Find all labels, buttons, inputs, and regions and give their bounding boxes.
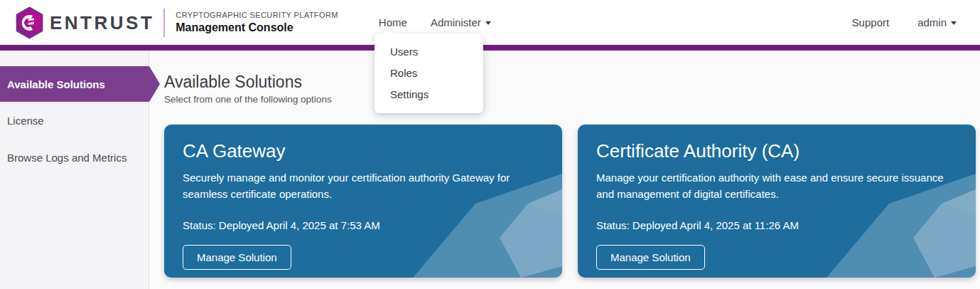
nav-support-label: Support — [852, 16, 890, 28]
sidebar-item-browse-logs-and-metrics[interactable]: Browse Logs and Metrics — [0, 139, 149, 176]
page-subtitle: Select from one of the following options — [164, 94, 976, 105]
brand-accent-bar — [0, 45, 980, 51]
card-description: Manage your certification authority with… — [596, 169, 957, 203]
nav-administer-label: Administer — [431, 16, 481, 28]
card-status: Status: Deployed April 4, 2025 at 11:26 … — [596, 219, 957, 231]
dropdown-item-settings[interactable]: Settings — [375, 84, 483, 105]
chevron-down-icon — [485, 21, 491, 25]
chevron-down-icon — [951, 21, 957, 25]
main-nav: Home Administer — [355, 16, 491, 28]
entrust-logo-icon — [15, 6, 44, 39]
console-name: Management Console — [176, 21, 338, 35]
administer-dropdown-menu: Users Roles Settings — [375, 33, 483, 113]
sidebar-item-label: Browse Logs and Metrics — [7, 152, 126, 164]
platform-name: CRYPTOGRAPHIC SECURITY PLATFORM — [176, 10, 338, 20]
card-title: CA Gateway — [183, 140, 544, 162]
header-right-nav: Support admin — [824, 16, 980, 28]
solution-cards-row: CA Gateway Securely manage and monitor y… — [164, 125, 976, 278]
nav-support[interactable]: Support — [852, 16, 890, 28]
page-title: Available Solutions — [164, 73, 976, 91]
nav-administer[interactable]: Administer — [431, 16, 491, 28]
main-panel: Available Solutions Select from one of t… — [149, 51, 980, 289]
brand-wordmark: ENTRUST — [50, 14, 154, 32]
solution-card-ca-gateway: CA Gateway Securely manage and monitor y… — [164, 125, 562, 278]
card-status: Status: Deployed April 4, 2025 at 7:53 A… — [183, 219, 544, 231]
manage-solution-button[interactable]: Manage Solution — [183, 245, 291, 270]
card-description: Securely manage and monitor your certifi… — [183, 169, 544, 203]
nav-home-label: Home — [379, 16, 407, 28]
user-menu-label: admin — [917, 16, 947, 28]
user-menu[interactable]: admin — [917, 16, 957, 28]
sidebar-item-label: License — [7, 115, 44, 127]
manage-solution-button[interactable]: Manage Solution — [596, 245, 705, 270]
platform-title-block: CRYPTOGRAPHIC SECURITY PLATFORM Manageme… — [176, 10, 338, 34]
sidebar: Available Solutions License Browse Logs … — [0, 51, 149, 289]
app-header: ENTRUST CRYPTOGRAPHIC SECURITY PLATFORM … — [0, 0, 980, 45]
sidebar-item-available-solutions[interactable]: Available Solutions — [0, 66, 160, 102]
brand-divider — [163, 9, 165, 37]
sidebar-item-license[interactable]: License — [0, 102, 149, 139]
sidebar-item-label: Available Solutions — [7, 78, 105, 90]
card-title: Certificate Authority (CA) — [596, 140, 957, 162]
dropdown-item-roles[interactable]: Roles — [375, 63, 483, 84]
solution-card-certificate-authority: Certificate Authority (CA) Manage your c… — [578, 125, 976, 278]
content-area: Available Solutions License Browse Logs … — [0, 51, 980, 289]
dropdown-item-users[interactable]: Users — [375, 41, 483, 63]
nav-home[interactable]: Home — [379, 16, 407, 28]
